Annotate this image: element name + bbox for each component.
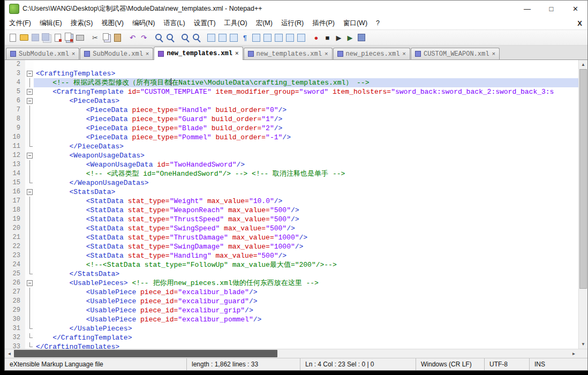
sync-horizontal-scroll-icon[interactable]: [217, 33, 228, 43]
playback-macro-icon[interactable]: ▶: [334, 33, 344, 43]
code-line[interactable]: 24 <!--<StatData stat_type="FollowUp" ma…: [5, 260, 578, 269]
tab-4-new-pieces-xml[interactable]: new_pieces.xml×: [333, 48, 410, 59]
status-insert-mode[interactable]: INS: [530, 358, 587, 370]
tab-close-icon[interactable]: ×: [492, 51, 495, 57]
tab-1-submodule-xml[interactable]: SubModule.xml×: [80, 48, 153, 59]
menu-item-help[interactable]: ?: [372, 18, 384, 28]
code-line[interactable]: 31 </UsablePieces>: [5, 324, 578, 333]
show-all-characters-icon[interactable]: ¶: [240, 33, 250, 43]
print-icon[interactable]: [75, 33, 85, 43]
code-line[interactable]: 5 <CraftingTemplate id="CUSTOM_TEMPLATE"…: [5, 87, 578, 96]
code-line[interactable]: 10 <PieceData piece_type="Pommel" build_…: [5, 133, 578, 142]
editor-area[interactable]: 23<CraftingTemplates>4 <!-- 根据武器类型修改（所有项…: [5, 60, 587, 349]
menu-item-window[interactable]: 窗口(W): [339, 17, 372, 29]
code-line[interactable]: 17 <StatData stat_type="Weight" max_valu…: [5, 197, 578, 206]
zoom-out-icon[interactable]: [191, 33, 201, 43]
word-wrap-icon[interactable]: [229, 33, 239, 43]
code-line[interactable]: 18 <StatData stat_type="WeaponReach" max…: [5, 206, 578, 215]
fold-toggle-icon[interactable]: [25, 188, 34, 197]
tab-3-new-templates-xml[interactable]: new_templates.xml×: [244, 48, 333, 59]
code-line[interactable]: 26 <UsablePieces> <!-- 把你用new_pieces.xml…: [5, 279, 578, 288]
tab-close-icon[interactable]: ×: [72, 51, 76, 57]
redo-icon[interactable]: ↷: [139, 33, 149, 43]
code-line[interactable]: 28 <UsablePiece piece_id="excalibur_guar…: [5, 297, 578, 306]
code-line[interactable]: 3<CraftingTemplates>: [5, 69, 578, 78]
title-bar[interactable]: C:\Users\WANG\Desktop\定制武器\ModuleData\ne…: [5, 1, 587, 17]
fold-toggle-icon[interactable]: [25, 96, 34, 106]
code-line[interactable]: 4 <!-- 根据武器类型修改（所有项目都在Native\ModuleData\…: [5, 78, 578, 87]
function-list-icon[interactable]: [262, 33, 273, 43]
menu-item-settings[interactable]: 设置(T): [190, 17, 220, 29]
close-icon[interactable]: [52, 33, 63, 43]
code-line[interactable]: 25 </StatsData>: [5, 269, 578, 279]
horizontal-scroll-track[interactable]: [14, 349, 569, 358]
save-all-icon[interactable]: [41, 33, 51, 43]
code-line[interactable]: 8 <PieceData piece_type="Guard" build_or…: [5, 115, 578, 124]
new-file-icon[interactable]: [7, 33, 18, 43]
tab-2-new-templates-xml[interactable]: new_templates.xml×: [154, 47, 243, 60]
code-line[interactable]: 23 <StatData stat_type="Handling" max_va…: [5, 251, 578, 260]
code-line[interactable]: 14 <!-- <武器类型 id="OneHandedSword"/> --> …: [5, 169, 578, 178]
tab-close-icon[interactable]: ×: [235, 50, 239, 57]
menu-item-macro[interactable]: 宏(M): [252, 17, 277, 29]
document-map-icon[interactable]: [274, 33, 284, 43]
tab-close-icon[interactable]: ×: [402, 51, 406, 57]
run-macro-multiple-icon[interactable]: ▶: [345, 33, 355, 43]
code-line[interactable]: 20 <StatData stat_type="SwingSpeed" max_…: [5, 224, 578, 233]
horizontal-scrollbar[interactable]: ◄ ►: [5, 349, 587, 358]
fold-toggle-icon[interactable]: [25, 69, 34, 78]
indent-guide-icon[interactable]: [251, 33, 261, 43]
menu-item-view[interactable]: 视图(V): [97, 17, 128, 29]
scroll-up-arrow-icon[interactable]: ▲: [579, 60, 587, 69]
status-eol-format[interactable]: Windows (CR LF): [416, 358, 485, 370]
vertical-scroll-thumb[interactable]: [579, 69, 587, 289]
code-line[interactable]: 21 <StatData stat_type="ThrustDamage" ma…: [5, 233, 578, 242]
menu-item-tools[interactable]: 工具(O): [220, 17, 252, 29]
open-file-icon[interactable]: [19, 33, 29, 43]
scroll-down-arrow-icon[interactable]: ▼: [579, 340, 587, 349]
scroll-right-arrow-icon[interactable]: ►: [569, 349, 578, 358]
find-icon[interactable]: [154, 33, 164, 43]
paste-icon[interactable]: [112, 33, 123, 43]
code-line[interactable]: 7 <PieceData piece_type="Handle" build_o…: [5, 106, 578, 115]
fold-toggle-icon[interactable]: [25, 279, 34, 288]
code-line[interactable]: 11 </PieceDatas>: [5, 142, 578, 151]
scroll-left-arrow-icon[interactable]: ◄: [5, 349, 14, 358]
code-line[interactable]: 2: [5, 60, 578, 69]
save-macro-icon[interactable]: [356, 33, 366, 43]
vertical-scrollbar[interactable]: ▲ ▼: [578, 60, 587, 349]
tab-close-icon[interactable]: ×: [325, 51, 328, 57]
fold-toggle-icon[interactable]: [25, 151, 34, 160]
menu-item-file[interactable]: 文件(F): [5, 17, 35, 29]
monitoring-icon[interactable]: [296, 33, 306, 43]
menu-item-edit[interactable]: 编辑(E): [35, 17, 66, 29]
record-macro-icon[interactable]: ●: [311, 33, 321, 43]
sync-vertical-scroll-icon[interactable]: [206, 33, 216, 43]
save-icon[interactable]: [30, 33, 40, 43]
menubar-close-document-button[interactable]: X: [577, 19, 582, 27]
replace-icon[interactable]: [165, 33, 175, 43]
code-line[interactable]: 27 <UsablePiece piece_id="excalibur_blad…: [5, 288, 578, 297]
code-line[interactable]: 13 <WeaponUsageData id="TwoHandedSword"/…: [5, 160, 578, 169]
zoom-in-icon[interactable]: [180, 33, 190, 43]
code-line[interactable]: 19 <StatData stat_type="ThrustSpeed" max…: [5, 215, 578, 224]
cut-icon[interactable]: ✂: [90, 33, 100, 43]
close-button[interactable]: ✕: [563, 1, 587, 17]
menu-item-run[interactable]: 运行(R): [277, 17, 308, 29]
code-line[interactable]: 29 <UsablePiece piece_id="excalibur_grip…: [5, 306, 578, 315]
tab-5-custom-weapon-xml[interactable]: CUSTOM_WEAPON.xml×: [411, 48, 500, 59]
code-line[interactable]: 22 <StatData stat_type="SwingDamage" max…: [5, 242, 578, 251]
menu-item-language[interactable]: 语言(L): [159, 17, 189, 29]
tab-0-submodule-xml[interactable]: SubModule.xml×: [6, 48, 79, 59]
code-line[interactable]: 32 </CraftingTemplate>: [5, 333, 578, 342]
menu-item-plugins[interactable]: 插件(P): [308, 17, 339, 29]
code-line[interactable]: 12 <WeaponUsageDatas>: [5, 151, 578, 160]
minimize-button[interactable]: —: [515, 1, 539, 17]
code-line[interactable]: 16 <StatsData>: [5, 188, 578, 197]
code-line[interactable]: 30 <UsablePiece piece_id="excalibur_pomm…: [5, 315, 578, 324]
menu-item-search[interactable]: 搜索(S): [66, 17, 97, 29]
undo-icon[interactable]: ↶: [127, 33, 138, 43]
document-list-icon[interactable]: [285, 33, 295, 43]
code-line[interactable]: 15 </WeaponUsageDatas>: [5, 178, 578, 188]
code-line[interactable]: 6 <PieceDatas>: [5, 96, 578, 106]
